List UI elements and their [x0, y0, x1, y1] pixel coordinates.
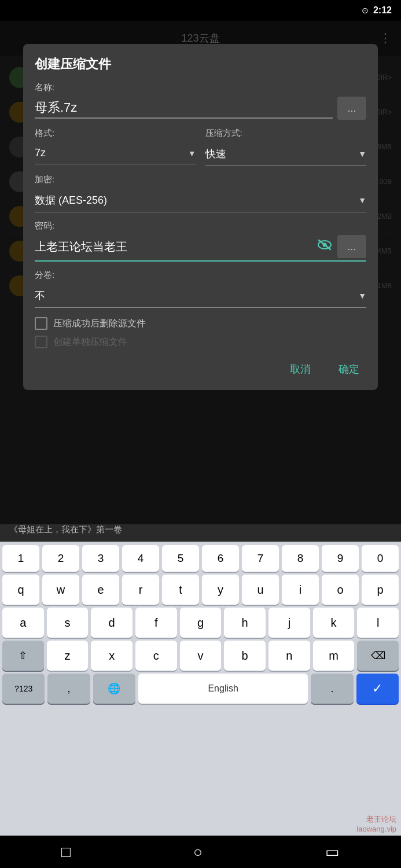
key-j[interactable]: j — [268, 608, 310, 638]
key-7[interactable]: 7 — [242, 545, 279, 572]
password-label: 密码: — [35, 220, 366, 231]
compression-arrow-icon: ▼ — [358, 149, 366, 159]
keyboard-bottom-row: ?123 , 🌐 English . ✓ — [2, 674, 399, 704]
keyboard-row-z: ⇧ z x c v b n m ⌫ — [2, 641, 399, 671]
encrypt-value: 数据 (AES-256) — [35, 193, 107, 207]
key-q[interactable]: q — [2, 575, 39, 605]
key-4[interactable]: 4 — [122, 545, 159, 572]
key-h[interactable]: h — [224, 608, 266, 638]
toggle-password-icon[interactable] — [317, 238, 333, 255]
nav-bar: □ ○ ▭ — [0, 836, 401, 868]
watermark-line2: laowang.vip — [356, 825, 396, 833]
key-f[interactable]: f — [135, 608, 177, 638]
bg-bottom-item-text: 《母姐在上，我在下》第一卷 — [9, 524, 392, 535]
password-field-row: ... — [35, 235, 366, 262]
key-g[interactable]: g — [180, 608, 222, 638]
key-u[interactable]: u — [242, 575, 279, 605]
split-value: 不 — [35, 289, 45, 303]
shift-key[interactable]: ⇧ — [2, 641, 44, 671]
nav-recent-button[interactable]: ▭ — [314, 838, 351, 866]
key-w[interactable]: w — [42, 575, 79, 605]
status-time: 2:12 — [373, 5, 392, 16]
key-l[interactable]: l — [357, 608, 399, 638]
key-p[interactable]: p — [362, 575, 399, 605]
keyboard-row-a: a s d f g h j k l — [2, 608, 399, 638]
cancel-button[interactable]: 取消 — [283, 358, 318, 381]
name-browse-button[interactable]: ... — [337, 97, 366, 120]
split-select[interactable]: 不 ▼ — [35, 284, 366, 308]
key-e[interactable]: e — [82, 575, 119, 605]
password-input[interactable] — [35, 240, 312, 253]
key-z[interactable]: z — [47, 641, 89, 671]
nav-home-button[interactable]: ○ — [182, 838, 214, 866]
enter-key[interactable]: ✓ — [356, 674, 399, 704]
encrypt-arrow-icon: ▼ — [358, 196, 366, 205]
keyboard-row-q: q w e r t y u i o p — [2, 575, 399, 605]
compression-col: 压缩方式: 快速 ▼ — [205, 128, 367, 166]
symbols-key[interactable]: ?123 — [2, 674, 45, 704]
key-t[interactable]: t — [162, 575, 199, 605]
nav-back-button[interactable]: □ — [50, 838, 82, 866]
key-8[interactable]: 8 — [282, 545, 319, 572]
split-arrow-icon: ▼ — [358, 291, 366, 300]
key-r[interactable]: r — [122, 575, 159, 605]
name-field-row: ... — [35, 97, 366, 120]
name-label: 名称: — [35, 82, 366, 93]
confirm-button[interactable]: 确定 — [332, 358, 366, 381]
compression-label: 压缩方式: — [205, 128, 367, 139]
key-c[interactable]: c — [135, 641, 177, 671]
password-browse-button[interactable]: ... — [337, 235, 366, 258]
key-v[interactable]: v — [180, 641, 222, 671]
single-archive-label: 创建单独压缩文件 — [53, 336, 127, 348]
key-2[interactable]: 2 — [42, 545, 79, 572]
comma-key[interactable]: , — [47, 674, 90, 704]
watermark-line1: 老王论坛 — [356, 814, 396, 825]
format-value: 7z — [35, 147, 46, 159]
key-n[interactable]: n — [268, 641, 310, 671]
encrypt-select[interactable]: 数据 (AES-256) ▼ — [35, 189, 366, 212]
key-a[interactable]: a — [2, 608, 44, 638]
create-archive-dialog: 创建压缩文件 名称: ... 格式: 7z ▼ 压缩方式: 快速 ▼ 加密: 数… — [23, 44, 378, 390]
key-x[interactable]: x — [91, 641, 133, 671]
key-y[interactable]: y — [202, 575, 239, 605]
single-archive-checkbox — [35, 336, 47, 348]
key-1[interactable]: 1 — [2, 545, 39, 572]
key-0[interactable]: 0 — [362, 545, 399, 572]
delete-source-label: 压缩成功后删除源文件 — [53, 318, 146, 330]
key-3[interactable]: 3 — [82, 545, 119, 572]
status-bar: ⊙ 2:12 — [0, 0, 401, 21]
split-row: 分卷: 不 ▼ — [35, 270, 366, 308]
globe-key[interactable]: 🌐 — [93, 674, 135, 704]
single-archive-row: 创建单独压缩文件 — [35, 336, 366, 348]
key-o[interactable]: o — [322, 575, 359, 605]
format-label: 格式: — [35, 128, 196, 139]
watermark: 老王论坛 laowang.vip — [356, 814, 396, 833]
format-arrow-icon: ▼ — [188, 149, 196, 158]
format-select[interactable]: 7z ▼ — [35, 142, 196, 164]
key-b[interactable]: b — [224, 641, 266, 671]
key-k[interactable]: k — [313, 608, 355, 638]
delete-key[interactable]: ⌫ — [357, 641, 399, 671]
key-9[interactable]: 9 — [322, 545, 359, 572]
space-key[interactable]: English — [138, 674, 308, 704]
dialog-actions: 取消 确定 — [35, 358, 366, 381]
name-input[interactable] — [35, 98, 333, 119]
keyboard: 1 2 3 4 5 6 7 8 9 0 q w e r t y u i o p … — [0, 542, 401, 836]
key-i[interactable]: i — [282, 575, 319, 605]
key-m[interactable]: m — [313, 641, 355, 671]
status-icon: ⊙ — [362, 6, 369, 15]
key-5[interactable]: 5 — [162, 545, 199, 572]
key-d[interactable]: d — [91, 608, 133, 638]
split-label: 分卷: — [35, 270, 366, 281]
period-key[interactable]: . — [311, 674, 353, 704]
dialog-title: 创建压缩文件 — [35, 56, 366, 73]
key-6[interactable]: 6 — [202, 545, 239, 572]
delete-source-checkbox[interactable] — [35, 317, 47, 330]
encrypt-label: 加密: — [35, 174, 366, 185]
compression-value: 快速 — [205, 147, 226, 161]
format-col: 格式: 7z ▼ — [35, 128, 196, 166]
key-s[interactable]: s — [47, 608, 89, 638]
format-compression-row: 格式: 7z ▼ 压缩方式: 快速 ▼ — [35, 128, 366, 166]
compression-select[interactable]: 快速 ▼ — [205, 142, 367, 166]
delete-source-row[interactable]: 压缩成功后删除源文件 — [35, 317, 366, 330]
